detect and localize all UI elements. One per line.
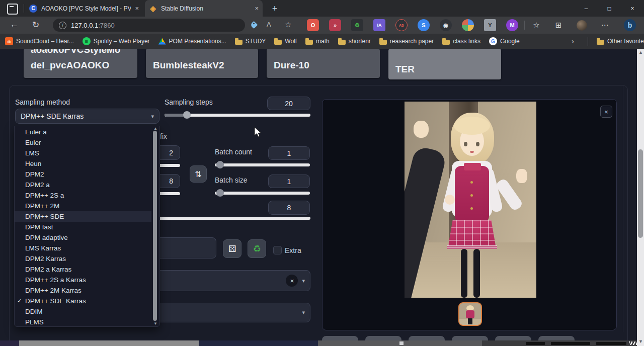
horizontal-scrollbar-thumb[interactable] [19, 340, 199, 346]
sampling-method-select[interactable]: DPM++ SDE Karras ▾ [15, 109, 159, 124]
sampler-option[interactable]: ✓ PLMS [15, 317, 151, 327]
tab-title: Stable Diffusion [161, 5, 251, 12]
sampler-option[interactable]: ✓ DPM2 [15, 169, 151, 180]
slider-handle[interactable] [216, 189, 224, 197]
scrollbar-down-icon[interactable]: ▼ [638, 339, 643, 344]
bookmark-item[interactable]: reasearch paper [379, 38, 434, 45]
sampling-steps-input[interactable]: 20 [267, 97, 310, 110]
slider-handle[interactable] [216, 161, 224, 168]
ia-extension-icon[interactable]: IA [373, 19, 385, 31]
bookmark-icon [442, 40, 450, 45]
adblock-extension-icon[interactable]: AD [395, 19, 408, 31]
checkpoint-card-aoaoko[interactable]: aoaokoPVCStyleMo del_pvcAOAOKO [24, 49, 137, 78]
batch-count-slider[interactable] [215, 163, 310, 166]
video-speed-extension-icon[interactable]: » [329, 19, 341, 31]
green-bin-extension-icon[interactable]: ♻ [351, 19, 363, 31]
globe-extension-icon[interactable] [462, 19, 474, 31]
bookmark-icon [489, 37, 497, 45]
red-o-extension-icon[interactable]: O [307, 19, 319, 31]
checkpoint-card-bumblesteak[interactable]: BumblesteakV2 [146, 49, 258, 78]
hires-fix-label-partial[interactable]: fix [160, 132, 167, 140]
reuse-seed-button[interactable]: ♻ [248, 239, 266, 258]
sampler-option[interactable]: ✓ LMS [15, 148, 151, 158]
sampler-option[interactable]: ✓ DPM fast [15, 222, 151, 232]
sampler-option[interactable]: ✓ DPM++ SDE Karras [15, 296, 151, 306]
tab-close-icon[interactable]: × [255, 5, 259, 12]
bottom-text-blob [551, 342, 590, 345]
scroll-up-icon[interactable]: ▲ [153, 126, 157, 131]
tab-favicon: C [29, 5, 37, 13]
bookmark-item[interactable]: math [305, 38, 330, 45]
sampler-option[interactable]: ✓ Euler [15, 137, 151, 148]
read-aloud-icon[interactable]: A [267, 21, 271, 28]
sampler-option[interactable]: ✓ Heun [15, 158, 151, 169]
sampler-option[interactable]: ✓ DPM++ 2S a [15, 190, 151, 201]
batch-size-input[interactable]: 1 [268, 175, 310, 188]
sampler-option[interactable]: ✓ DPM++ 2M Karras [15, 285, 151, 296]
bing-icon[interactable]: b [624, 19, 636, 31]
sampler-option[interactable]: ✓ DPM2 a [15, 180, 151, 190]
sampler-option[interactable]: ✓ LMS Karras [15, 243, 151, 253]
vertical-scrollbar-thumb[interactable] [638, 149, 643, 238]
y-extension-icon[interactable]: Y [484, 19, 496, 31]
refresh-button[interactable]: ↻ [32, 20, 39, 30]
clear-styles-button[interactable]: × [286, 275, 298, 287]
address-bar[interactable]: i 127.0.0.1 :7860 [53, 19, 245, 32]
slider-handle[interactable] [183, 111, 191, 119]
sampler-option[interactable]: ✓ DPM++ 2M [15, 201, 151, 211]
cfg-scale-input[interactable]: 8 [268, 201, 310, 215]
profile-avatar[interactable] [577, 20, 587, 31]
bookmark-item[interactable]: Google [489, 37, 520, 45]
window-close-button[interactable]: × [621, 0, 644, 17]
dropdown-scrollbar[interactable] [153, 131, 157, 321]
sampler-option[interactable]: ✓ DPM++ 2S a Karras [15, 275, 151, 285]
sampler-option[interactable]: ✓ DPM2 a Karras [15, 264, 151, 275]
scroll-down-icon[interactable]: ▼ [153, 321, 157, 326]
bookmark-item[interactable]: class links [442, 38, 480, 45]
sampling-steps-slider[interactable] [165, 114, 310, 117]
site-info-icon[interactable]: i [59, 22, 66, 29]
sampler-option[interactable]: ✓ Euler a [15, 127, 151, 137]
map-pin-extension-icon[interactable]: ◉ [440, 19, 452, 31]
image-bangs [454, 117, 490, 135]
minimize-button[interactable]: – [575, 0, 598, 17]
bookmark-item[interactable]: STUDY [235, 38, 266, 45]
batch-count-input[interactable]: 1 [268, 146, 310, 160]
sampler-option[interactable]: ✓ DDIM [15, 306, 151, 317]
extra-seed-checkbox[interactable] [273, 246, 282, 254]
sampler-option[interactable]: ✓ DPM++ SDE [15, 211, 151, 222]
window-controls: – □ × [575, 0, 644, 17]
tab-actions-button[interactable] [7, 4, 18, 15]
image-eye-left [464, 142, 467, 146]
bookmark-item[interactable]: POM Presentations... [158, 38, 226, 45]
shazam-extension-icon[interactable]: S [418, 19, 430, 31]
random-seed-button[interactable]: ⚄ [223, 239, 242, 258]
batch-size-slider[interactable] [215, 192, 310, 195]
gallery-close-button[interactable]: × [600, 106, 612, 118]
add-favorite-star-icon[interactable]: ☆ [285, 20, 291, 29]
checkpoint-card-ter[interactable]: TER [388, 49, 501, 79]
bookmark-item[interactable]: Spotify – Web Player [83, 37, 150, 45]
swap-dimensions-button[interactable]: ⇅ [190, 165, 207, 183]
bookmark-item[interactable]: SoundCloud – Hear... [5, 37, 74, 45]
m-extension-icon[interactable]: M [506, 19, 518, 31]
favorites-list-icon[interactable]: ☆ [530, 19, 542, 31]
other-favorites-button[interactable]: Other favorites [597, 34, 644, 49]
browser-tab-stable-diffusion[interactable]: ◈ Stable Diffusion × [145, 0, 263, 17]
maximize-button[interactable]: □ [598, 0, 621, 17]
collections-icon[interactable]: ⊞ [552, 19, 565, 31]
sampler-option[interactable]: ✓ DPM2 Karras [15, 253, 151, 264]
bookmark-item[interactable]: Wolf [274, 38, 297, 45]
scrollbar-up-icon[interactable]: ▲ [638, 50, 643, 55]
gallery-thumbnail-selected[interactable] [458, 302, 482, 326]
bookmark-item[interactable]: shortenr [338, 38, 371, 45]
sampler-option[interactable]: ✓ DPM adaptive [15, 232, 151, 243]
checkpoint-card-dure[interactable]: Dure-10 [267, 49, 380, 78]
more-menu-icon[interactable]: ⋯ [599, 19, 611, 31]
generated-image[interactable] [405, 102, 536, 298]
new-tab-button[interactable]: + [269, 3, 281, 15]
browser-tab-civitai[interactable]: C AOAOKO [PVC Style Model] - PV × [25, 0, 143, 17]
back-button[interactable]: ← [10, 20, 19, 30]
tab-close-icon[interactable]: × [135, 5, 139, 12]
bookmarks-overflow-chevron[interactable]: › [572, 37, 574, 45]
